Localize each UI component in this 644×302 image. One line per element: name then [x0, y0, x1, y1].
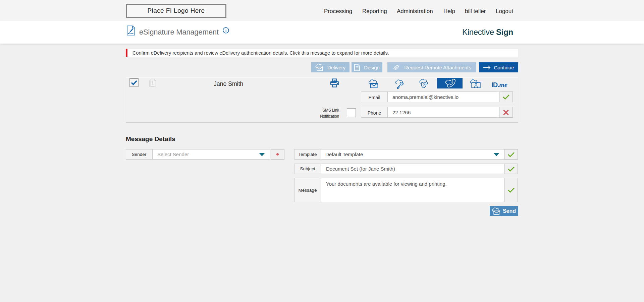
- svg-text:?: ?: [423, 83, 425, 87]
- svg-text:i: i: [225, 28, 226, 33]
- svg-text:1: 1: [151, 80, 154, 85]
